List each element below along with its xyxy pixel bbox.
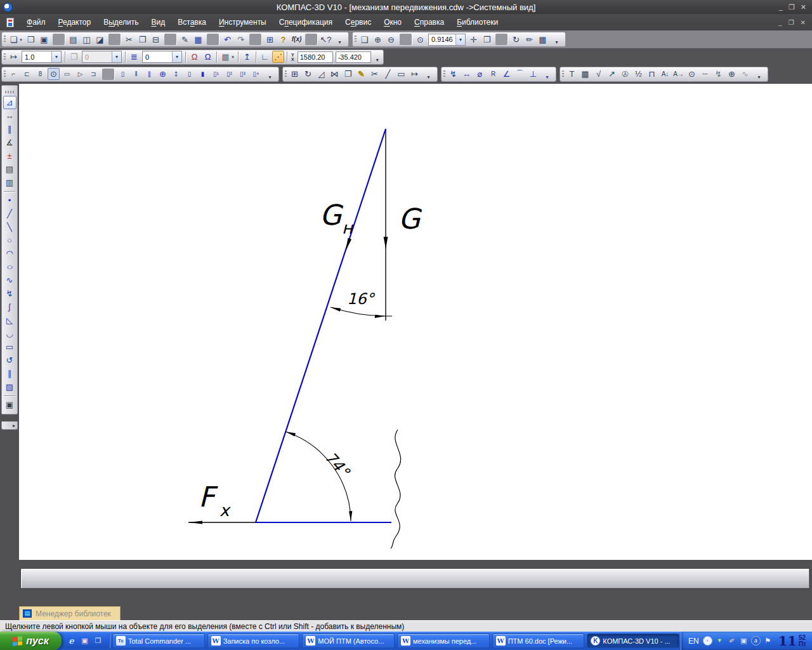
redraw-icon[interactable]: ✏ [523,34,535,46]
aux-line-tool[interactable]: ╲ [3,220,16,234]
arrow-slot-tool-icon[interactable]: ▷ [74,68,86,80]
tray-agent-icon[interactable]: a [751,636,761,646]
new-dropdown-caret[interactable]: ▾ [18,34,23,46]
stud-tool-icon[interactable]: ▯ [117,68,129,80]
coord-x-field[interactable]: 1580.20 [298,51,333,63]
quicklaunch-ie-icon[interactable]: e [66,635,77,646]
label-angle-74[interactable]: 74° [322,448,354,481]
tray-clock[interactable]: 11 52 Пт [778,634,806,647]
tray-pen-icon[interactable]: ✐ [726,635,737,646]
collect-contour-tool[interactable]: ↺ [3,354,16,367]
ortho-icon[interactable]: ∟ [259,51,271,63]
undo-icon[interactable]: ↶ [221,34,233,46]
redo-icon[interactable]: ↷ [235,34,247,46]
new-window-icon[interactable]: ⊞ [264,34,276,46]
menu-specification[interactable]: Спецификация [273,14,339,30]
slanted-gn-line[interactable] [256,129,386,522]
autoaxis-tool-icon[interactable]: ↯ [712,68,724,80]
dimensions-tool-button[interactable]: ↔ [3,109,16,123]
autodim-tool-icon[interactable]: ↯ [447,68,459,80]
text-down-tool-icon[interactable]: A↓ [659,68,671,80]
document-icon[interactable] [6,18,14,27]
move-tool-icon[interactable]: ⊞ [289,68,301,80]
angle-16-arrow-left[interactable] [331,307,341,312]
zoom-area-icon[interactable]: ❑ [358,34,370,46]
measure-tool-button[interactable]: ∡ [3,136,16,149]
close-button[interactable]: ✕ [801,3,806,11]
current-step-combo[interactable]: 1.0 ▾ [22,51,62,63]
copy-icon[interactable]: ❐ [136,34,148,46]
current-step-icon[interactable]: ↦ [8,51,20,63]
g-arrowhead[interactable] [384,237,388,249]
zoom-scale-combo[interactable]: 0.9146 ▾ [428,34,466,46]
editing-tool-button[interactable]: ± [3,149,16,162]
library-manager-tab[interactable]: ▤ Менеджер библиотек [19,606,121,620]
quicklaunch-desktop-icon[interactable]: ❐ [93,635,103,646]
leader-tool-icon[interactable]: ↗ [606,68,618,80]
task-ptm-60-doc[interactable]: W ПТМ 60.doc [Режи... [492,633,585,648]
menu-libraries[interactable]: Библиотеки [450,14,504,30]
menu-help[interactable]: Справка [408,14,450,30]
angle-74-arrow-bottom[interactable] [349,511,352,521]
task-total-commander[interactable]: Tc Total Commander ... [112,633,205,648]
center-hole-tool-icon[interactable]: ⊙ [48,68,60,80]
g-n-arrowhead[interactable] [346,238,351,251]
arc-dim-tool-icon[interactable]: ⌒ [514,68,526,80]
cut-icon[interactable]: ✂ [123,34,135,46]
fillet-tool[interactable]: ◡ [3,327,16,340]
drawing-canvas[interactable]: G н G F x 16° 74° [19,84,812,560]
deform-tool-icon[interactable]: ✎ [355,68,367,80]
grid-dropdown-caret[interactable]: ▾ [230,51,235,63]
rounding-icon[interactable]: ⋰ [272,51,284,63]
hatch-tool[interactable]: ▨ [3,380,16,394]
quicklaunch-save-icon[interactable]: ▣ [79,635,90,646]
save-icon[interactable]: ▣ [38,34,50,46]
segment-tool[interactable]: ╱ [3,207,16,220]
stud-pair-tool-icon[interactable]: ‖ [130,68,142,80]
label-g-n-subscript[interactable]: н [342,218,354,237]
menu-tools[interactable]: Инструменты [213,14,273,30]
doc-restore-button[interactable]: ❐ [789,19,794,26]
doc-close-button[interactable]: ✕ [801,19,806,26]
section-tool-icon[interactable]: ∥ [143,68,155,80]
label-g-n[interactable]: G [320,199,344,231]
table-tool-icon[interactable]: ▦ [579,68,591,80]
page-setup-icon[interactable]: ◪ [94,34,106,46]
linear-dim-tool-icon[interactable]: ↔ [461,68,473,80]
task-zapiska-po-kozlo[interactable]: W Записка по козло... [207,633,300,648]
layers-copy-icon[interactable]: ❐ [68,51,80,63]
slot-tool-icon[interactable]: ▭ [61,68,73,80]
block-tool-icon[interactable]: ▮ [197,68,209,80]
roughness-tool-icon[interactable]: √ [593,68,605,80]
rectangle-tool[interactable]: ▭ [3,340,16,354]
language-indicator[interactable]: EN [688,637,699,646]
label-g[interactable]: G [398,202,422,235]
view-designation-tool-icon[interactable]: ⊙ [686,68,698,80]
fx-arrowhead[interactable] [188,521,202,524]
break-wavy-line[interactable] [391,430,401,548]
point-tool[interactable]: • [3,194,16,207]
layers-icon[interactable]: ≣ [128,51,140,63]
bracket-tool-icon[interactable]: ⊐ [88,68,100,80]
spec-tool-button[interactable]: ▥ [3,176,16,189]
show-all-icon[interactable]: ❐ [481,34,493,46]
help-contents-icon[interactable]: ? [277,34,289,46]
tray-flag-icon[interactable]: ⚑ [763,636,773,646]
axis-line-tool-icon[interactable]: ┄ [699,68,711,80]
angle-dim-tool-icon[interactable]: ∠ [501,68,513,80]
circle-tool[interactable]: ○ [3,234,16,247]
snap-toggle-icon[interactable]: Ω [202,51,214,63]
local-cs-icon[interactable]: ↥ [241,51,253,63]
designations-tool-button[interactable]: ∥ [3,123,16,136]
menu-view[interactable]: Вид [145,14,172,30]
extend-tool-icon[interactable]: ╱ [382,68,394,80]
bolt-tool-icon[interactable]: ⊏ [21,68,33,80]
properties-table-icon[interactable]: ▦ [192,34,204,46]
properties-panel-icon[interactable]: ▦ [537,34,549,46]
chevron-down-icon[interactable]: ▾ [172,51,181,62]
context-help-icon[interactable]: ↖? [320,34,332,46]
zoom-out-icon[interactable]: ⊖ [385,34,397,46]
stud3-tool-icon[interactable]: ▯³ [237,68,249,80]
datum-dim-tool-icon[interactable]: ⊥ [527,68,539,80]
doc-minimize-button[interactable]: _ [778,19,782,26]
